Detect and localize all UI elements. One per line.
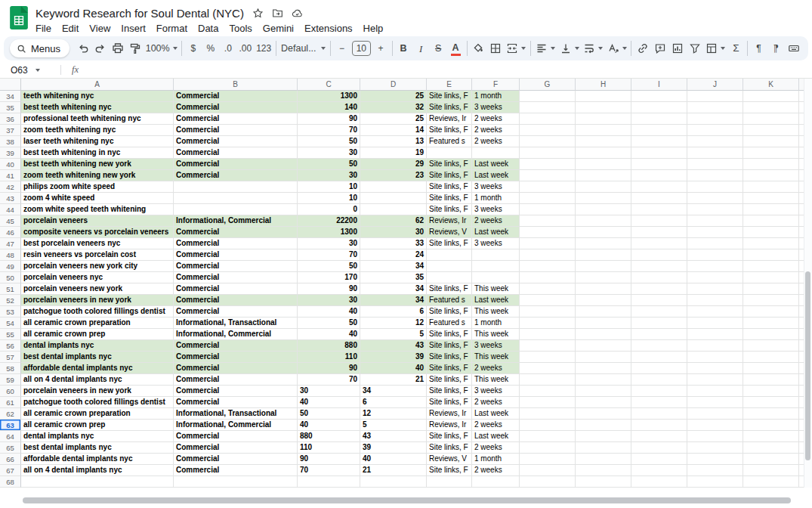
cell-G58[interactable] (520, 363, 576, 374)
cell-H43[interactable] (576, 193, 631, 204)
cell-J56[interactable] (687, 340, 743, 352)
cell-I48[interactable] (631, 249, 687, 261)
cell-G60[interactable] (520, 386, 576, 397)
cell-F58[interactable]: 2 weeks (472, 363, 520, 374)
row-header-59[interactable]: 59 (0, 374, 21, 386)
cell-E67[interactable]: Site links, F (427, 465, 472, 476)
row-header-41[interactable]: 41 (0, 170, 21, 181)
column-header-K[interactable]: K (743, 79, 799, 91)
row-header-51[interactable]: 51 (0, 283, 21, 295)
create-filter-button[interactable] (686, 39, 703, 58)
cell-K61[interactable] (743, 397, 799, 408)
cell-C66[interactable]: 90 (298, 454, 360, 465)
cell-D56[interactable]: 43 (360, 340, 427, 352)
cell-A60[interactable]: porcelain veneers in new york (21, 386, 174, 397)
cell-J52[interactable] (687, 295, 743, 306)
menu-extensions[interactable]: Extensions (299, 22, 358, 35)
cell-I52[interactable] (631, 295, 687, 306)
row-header-63[interactable]: 63 (0, 420, 21, 431)
cell-G41[interactable] (520, 170, 576, 181)
cell-I45[interactable] (631, 215, 687, 227)
cell-D49[interactable]: 34 (360, 261, 427, 272)
cell-I38[interactable] (631, 136, 687, 147)
row-header-53[interactable]: 53 (0, 306, 21, 318)
move-folder-icon[interactable] (272, 8, 283, 19)
cell-G63[interactable] (520, 420, 576, 431)
cell-D68[interactable] (360, 476, 427, 488)
cell-E51[interactable]: Site links, F (427, 283, 472, 295)
cell-J45[interactable] (687, 215, 743, 227)
cell-D66[interactable]: 40 (360, 454, 427, 465)
select-all-corner[interactable] (0, 79, 21, 91)
cell-F52[interactable]: Last week (472, 295, 520, 306)
cell-G66[interactable] (520, 454, 576, 465)
cell-I67[interactable] (631, 465, 687, 476)
cell-C42[interactable]: 10 (298, 181, 360, 193)
cell-E58[interactable]: Site links, F (427, 363, 472, 374)
cell-C39[interactable]: 30 (298, 147, 360, 159)
cell-D52[interactable]: 34 (360, 295, 427, 306)
row-header-35[interactable]: 35 (0, 102, 21, 113)
cell-A38[interactable]: laser teeth whitening nyc (21, 136, 174, 147)
cell-D67[interactable]: 21 (360, 465, 427, 476)
menus-button[interactable]: Menus (10, 39, 69, 57)
number-format-button[interactable]: 123 (254, 39, 273, 58)
cell-F39[interactable] (472, 147, 520, 159)
cell-B68[interactable] (174, 476, 298, 488)
cell-K44[interactable] (743, 204, 799, 215)
cell-H54[interactable] (576, 318, 631, 329)
cell-E52[interactable]: Featured s (427, 295, 472, 306)
cell-I39[interactable] (631, 147, 687, 159)
row-header-50[interactable]: 50 (0, 272, 21, 283)
cell-G43[interactable] (520, 193, 576, 204)
cell-C65[interactable]: 110 (298, 442, 360, 454)
row-header-37[interactable]: 37 (0, 125, 21, 136)
cell-I65[interactable] (631, 442, 687, 454)
cell-J35[interactable] (687, 102, 743, 113)
cell-F45[interactable]: 2 weeks (472, 215, 520, 227)
cell-G55[interactable] (520, 329, 576, 340)
cell-E63[interactable]: Reviews, Ir (427, 420, 472, 431)
column-header-H[interactable]: H (576, 79, 631, 91)
cell-K51[interactable] (743, 283, 799, 295)
cell-E59[interactable]: Site links, F (427, 374, 472, 386)
cell-C67[interactable]: 70 (298, 465, 360, 476)
cell-E68[interactable] (427, 476, 472, 488)
cell-A41[interactable]: zoom teeth whitening new york (21, 170, 174, 181)
cell-I36[interactable] (631, 113, 687, 125)
vertical-align-button[interactable] (557, 39, 582, 58)
cell-I50[interactable] (631, 272, 687, 283)
horizontal-scrollbar-thumb[interactable] (23, 497, 791, 503)
cell-G45[interactable] (520, 215, 576, 227)
cell-I55[interactable] (631, 329, 687, 340)
zoom-select[interactable]: 100% (144, 39, 179, 58)
cell-E53[interactable]: Site links, F (427, 306, 472, 318)
cell-K40[interactable] (743, 159, 799, 170)
cell-B50[interactable]: Commercial (174, 272, 298, 283)
cell-C63[interactable]: 40 (298, 420, 360, 431)
cell-K49[interactable] (743, 261, 799, 272)
cell-K56[interactable] (743, 340, 799, 352)
cell-E43[interactable]: Site links, F (427, 193, 472, 204)
cell-J39[interactable] (687, 147, 743, 159)
cell-B59[interactable]: Commercial (174, 374, 298, 386)
row-header-67[interactable]: 67 (0, 465, 21, 476)
print-button[interactable] (109, 39, 126, 58)
cell-D36[interactable]: 25 (360, 113, 427, 125)
cell-K63[interactable] (743, 420, 799, 431)
cell-C57[interactable]: 110 (298, 352, 360, 363)
text-direction-rtl-button[interactable]: ¶ (767, 39, 785, 58)
cell-J50[interactable] (687, 272, 743, 283)
cell-F53[interactable]: This week (472, 306, 520, 318)
cell-H57[interactable] (576, 352, 631, 363)
cell-J53[interactable] (687, 306, 743, 318)
cell-D64[interactable]: 43 (360, 431, 427, 442)
format-percent-button[interactable]: % (202, 39, 219, 58)
row-header-47[interactable]: 47 (0, 238, 21, 249)
cell-H45[interactable] (576, 215, 631, 227)
cell-C43[interactable]: 10 (298, 193, 360, 204)
cell-K37[interactable] (743, 125, 799, 136)
redo-button[interactable] (91, 39, 109, 58)
cell-F47[interactable]: 3 weeks (472, 238, 520, 249)
cell-J66[interactable] (687, 454, 743, 465)
